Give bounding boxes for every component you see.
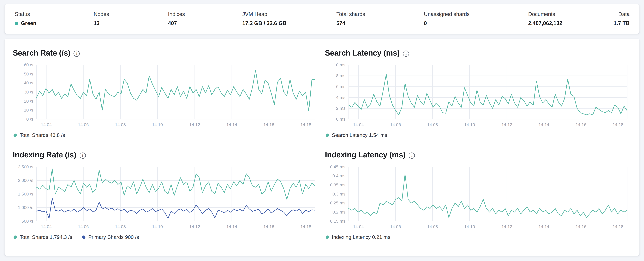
stat-value: 407	[168, 20, 185, 26]
y-tick-label: 1,000 /s	[18, 205, 33, 210]
x-tick-label: 14:12	[190, 122, 200, 127]
x-tick-label: 14:08	[427, 122, 438, 127]
stat-value: 574	[336, 20, 365, 26]
legend-item[interactable]: Primary Shards 900 /s	[82, 234, 139, 240]
page-root: Status Green Nodes 13 Indices 407 JVM He…	[0, 0, 644, 261]
y-tick-label: 6 ms	[336, 84, 346, 89]
cluster-summary-bar: Status Green Nodes 13 Indices 407 JVM He…	[4, 4, 640, 34]
x-tick-label: 14:14	[226, 122, 237, 127]
stat-value: 13	[94, 20, 109, 26]
legend-dot	[14, 134, 17, 137]
x-tick-label: 14:16	[576, 122, 586, 127]
x-tick-label: 14:18	[612, 122, 623, 127]
y-tick-label: 50 /s	[24, 72, 33, 76]
y-tick-label: 0 ms	[336, 117, 346, 121]
chart-legend: Indexing Latency 0.21 ms	[325, 234, 630, 240]
series-line	[36, 198, 315, 218]
x-tick-label: 14:10	[464, 122, 475, 127]
y-tick-label: 2,500 /s	[18, 164, 33, 169]
y-tick-label: 2,000 /s	[18, 178, 33, 183]
x-tick-label: 14:14	[538, 122, 549, 127]
series-line	[349, 74, 627, 115]
stat-label: Unassigned shards	[424, 11, 470, 17]
search-rate-chart[interactable]: 0 /s10 /s20 /s30 /s40 /s50 /s60 /s14:041…	[13, 61, 318, 128]
search-latency-chart[interactable]: 0 ms2 ms4 ms6 ms8 ms10 ms14:0414:0614:08…	[325, 61, 630, 128]
legend-item[interactable]: Total Shards 1,794.3 /s	[14, 234, 72, 240]
info-icon[interactable]: i	[80, 152, 86, 158]
stat-value: 1.7 TB	[614, 20, 630, 26]
x-tick-label: 14:14	[226, 224, 237, 229]
legend-dot	[82, 235, 85, 239]
chart-legend: Search Latency 1.54 ms	[325, 132, 630, 138]
y-tick-label: 40 /s	[24, 81, 33, 85]
y-tick-label: 0.35 ms	[330, 182, 346, 187]
legend-item[interactable]: Total Shards 43.8 /s	[14, 132, 65, 138]
series-line	[36, 169, 315, 199]
x-tick-label: 14:04	[353, 122, 364, 127]
legend-label: Total Shards 1,794.3 /s	[20, 234, 72, 240]
stat-data: Data 1.7 TB	[614, 11, 630, 26]
stat-status: Status Green	[15, 11, 36, 26]
metrics-panel: Search Rate (/s) i 0 /s10 /s20 /s30 /s40…	[4, 39, 640, 256]
series-line	[349, 174, 627, 217]
x-tick-label: 14:06	[78, 122, 89, 127]
x-tick-label: 14:12	[502, 122, 512, 127]
stat-nodes: Nodes 13	[94, 11, 109, 26]
x-tick-label: 14:10	[464, 224, 475, 229]
stat-unassigned-shards: Unassigned shards 0	[424, 11, 470, 26]
chart-search-rate: Search Rate (/s) i 0 /s10 /s20 /s30 /s40…	[13, 49, 318, 138]
x-tick-label: 14:16	[264, 122, 274, 127]
info-icon[interactable]: i	[74, 50, 80, 57]
indexing-latency-chart[interactable]: 0.15 ms0.2 ms0.25 ms0.3 ms0.35 ms0.4 ms0…	[325, 163, 630, 230]
x-tick-label: 14:12	[190, 224, 200, 229]
chart-title: Indexing Rate (/s)	[13, 150, 76, 160]
x-tick-label: 14:18	[300, 224, 311, 229]
x-tick-label: 14:04	[41, 122, 52, 127]
y-tick-label: 2 ms	[336, 106, 346, 111]
y-tick-label: 0 /s	[26, 117, 33, 121]
y-tick-label: 30 /s	[24, 90, 33, 94]
y-tick-label: 60 /s	[24, 62, 33, 67]
chart-search-latency: Search Latency (ms) i 0 ms2 ms4 ms6 ms8 …	[325, 49, 630, 138]
stat-value: 0	[424, 20, 470, 26]
x-tick-label: 14:14	[538, 224, 549, 229]
x-tick-label: 14:16	[576, 224, 586, 229]
chart-legend: Total Shards 43.8 /s	[13, 132, 318, 138]
x-tick-label: 14:08	[115, 224, 126, 229]
x-tick-label: 14:16	[264, 224, 274, 229]
legend-dot	[326, 134, 329, 137]
stat-label: JVM Heap	[242, 11, 286, 17]
y-tick-label: 4 ms	[336, 95, 346, 100]
legend-item[interactable]: Indexing Latency 0.21 ms	[326, 234, 390, 240]
stat-label: Data	[614, 11, 630, 17]
x-tick-label: 14:06	[78, 224, 89, 229]
chart-legend: Total Shards 1,794.3 /sPrimary Shards 90…	[13, 234, 318, 240]
charts-grid: Search Rate (/s) i 0 /s10 /s20 /s30 /s40…	[4, 39, 640, 251]
y-tick-label: 1,500 /s	[18, 191, 33, 196]
legend-item[interactable]: Search Latency 1.54 ms	[326, 132, 387, 138]
info-icon[interactable]: i	[409, 152, 415, 158]
x-tick-label: 14:08	[115, 122, 126, 127]
y-tick-label: 8 ms	[336, 73, 346, 78]
legend-label: Indexing Latency 0.21 ms	[332, 234, 390, 240]
status-health-dot	[15, 22, 18, 25]
x-tick-label: 14:18	[300, 122, 311, 127]
stat-label: Status	[15, 11, 36, 17]
y-tick-label: 10 /s	[24, 108, 33, 112]
stat-indices: Indices 407	[168, 11, 185, 26]
stat-jvm-heap: JVM Heap 17.2 GB / 32.6 GB	[242, 11, 286, 26]
x-tick-label: 14:06	[390, 122, 401, 127]
indexing-rate-chart[interactable]: 500 /s1,000 /s1,500 /s2,000 /s2,500 /s14…	[13, 163, 318, 230]
chart-indexing-latency: Indexing Latency (ms) i 0.15 ms0.2 ms0.2…	[325, 150, 630, 240]
legend-label: Search Latency 1.54 ms	[332, 132, 387, 138]
stat-documents: Documents 2,407,062,132	[528, 11, 562, 26]
y-tick-label: 0.4 ms	[332, 173, 346, 178]
y-tick-label: 0.2 ms	[332, 209, 346, 214]
y-tick-label: 0.45 ms	[330, 164, 346, 169]
x-tick-label: 14:10	[152, 224, 163, 229]
x-tick-label: 14:12	[502, 224, 512, 229]
series-line	[36, 70, 315, 111]
info-icon[interactable]: i	[403, 50, 409, 57]
stat-value: Green	[21, 20, 36, 26]
y-tick-label: 0.25 ms	[330, 200, 346, 205]
